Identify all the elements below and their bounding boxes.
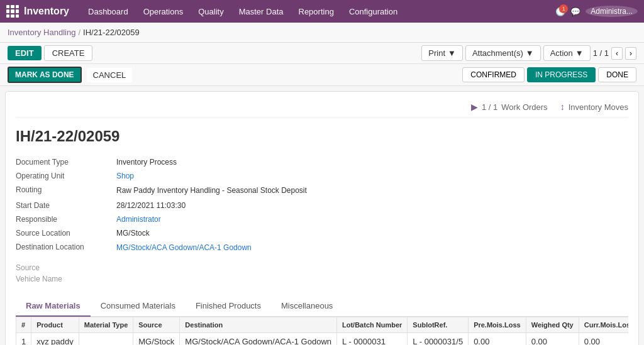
field-operating-unit-value[interactable]: Shop [116, 172, 134, 180]
field-source-location: Source Location MG/Stock [16, 226, 628, 240]
field-document-type-label: Document Type [16, 158, 116, 167]
edit-button[interactable]: EDIT [8, 46, 42, 60]
field-document-type-value: Inventory Process [116, 158, 177, 167]
status-buttons: CONFIRMED IN PROGRESS DONE [462, 67, 636, 82]
action-button[interactable]: Action ▼ [543, 45, 591, 61]
top-right-icons: 🕐 1 💬 Administra... [555, 6, 638, 17]
attachment-dropdown-icon: ▼ [526, 48, 534, 58]
chat-icon[interactable]: 💬 [570, 7, 580, 16]
cell-curr-mois: 0.00 [579, 332, 628, 345]
tab-consumed-materials[interactable]: Consumed Materials [91, 296, 186, 317]
col-weighed-qty[interactable]: Weighed Qty [526, 317, 579, 332]
materials-table: # Product Material Type Source Destinati… [16, 317, 628, 345]
work-orders-stat[interactable]: ▶ 1 / 1 Work Orders [471, 102, 548, 112]
breadcrumb-separator: / [78, 28, 80, 37]
col-lot-batch[interactable]: Lot/Batch Number [337, 317, 408, 332]
mark-as-done-button[interactable]: MARK AS DONE [8, 67, 82, 83]
nav-configuration[interactable]: Configuration [343, 4, 404, 19]
tab-miscellaneous[interactable]: Miscellaneous [271, 296, 343, 317]
status-confirmed[interactable]: CONFIRMED [462, 67, 525, 82]
nav-operations[interactable]: Operations [137, 4, 190, 19]
next-button[interactable]: › [625, 47, 636, 60]
status-bar: MARK AS DONE CANCEL CONFIRMED IN PROGRES… [0, 64, 644, 86]
action-dropdown-icon: ▼ [575, 48, 584, 58]
col-material-type[interactable]: Material Type [79, 317, 133, 332]
cell-num: 1 [16, 332, 31, 345]
notification-badge: 1 [559, 4, 568, 13]
col-pre-mois[interactable]: Pre.Mois.Loss [469, 317, 526, 332]
col-source[interactable]: Source [133, 317, 180, 332]
inventory-moves-label: Inventory Moves [569, 102, 628, 112]
status-in-progress[interactable]: IN PROGRESS [527, 67, 596, 82]
status-done[interactable]: DONE [598, 67, 636, 82]
cell-sublot: L - 0000031/5 [408, 332, 469, 345]
source-label: Source [16, 263, 628, 272]
field-operating-unit: Operating Unit Shop [16, 169, 628, 183]
col-sublot[interactable]: SublotRef. [408, 317, 469, 332]
cell-lot-batch: L - 0000031 [337, 332, 408, 345]
field-start-date: Start Date 28/12/2021 11:03:30 [16, 199, 628, 212]
breadcrumb: Inventory Handling / IH/21-22/02059 [8, 28, 140, 37]
work-orders-label: Work Orders [501, 102, 547, 112]
cell-material-type [79, 332, 133, 345]
tab-raw-materials[interactable]: Raw Materials [16, 296, 91, 317]
inventory-moves-stat[interactable]: ↕ Inventory Moves [560, 102, 628, 112]
field-source-location-label: Source Location [16, 229, 116, 238]
breadcrumb-current: IH/21-22/02059 [83, 28, 140, 37]
col-product[interactable]: Product [31, 317, 79, 332]
cell-product[interactable]: xyz paddy [31, 332, 79, 345]
nav-master-data[interactable]: Master Data [233, 4, 290, 19]
tab-bar: Raw Materials Consumed Materials Finishe… [16, 296, 628, 317]
quick-stats: ▶ 1 / 1 Work Orders ↕ Inventory Moves [16, 102, 628, 118]
field-routing-label: Routing [16, 185, 116, 194]
tab-finished-products[interactable]: Finished Products [186, 296, 271, 317]
user-menu[interactable]: Administra... [586, 6, 638, 17]
field-destination-location-label: Destination Location [16, 243, 116, 251]
brand-name: Inventory [24, 6, 69, 17]
attachment-button[interactable]: Attachment(s) ▼ [465, 45, 541, 61]
col-curr-mois[interactable]: Curr.Mois.Loss [579, 317, 628, 332]
inventory-moves-icon: ↕ [560, 102, 565, 112]
col-num: # [16, 317, 31, 332]
form-fields: Document Type Inventory Process Operatin… [16, 155, 628, 256]
top-navigation: Inventory Dashboard Operations Quality M… [0, 0, 644, 23]
action-toolbar: EDIT CREATE Print ▼ Attachment(s) ▼ Acti… [0, 43, 644, 64]
notification-icon[interactable]: 🕐 1 [555, 7, 565, 16]
cancel-button[interactable]: CANCEL [87, 68, 133, 82]
main-content: ▶ 1 / 1 Work Orders ↕ Inventory Moves IH… [5, 91, 639, 345]
field-responsible-label: Responsible [16, 215, 116, 224]
print-dropdown-icon: ▼ [448, 48, 456, 58]
pagination: 1 / 1 ‹ › [593, 47, 636, 60]
cell-destination: MG/Stock/ACA Godown/ACA-1 Godown [180, 332, 337, 345]
app-grid-icon[interactable] [6, 5, 19, 18]
nav-reporting[interactable]: Reporting [292, 4, 340, 19]
nav-quality[interactable]: Quality [192, 4, 230, 19]
breadcrumb-bar: Inventory Handling / IH/21-22/02059 [0, 23, 644, 43]
form-title: IH/21-22/02059 [16, 128, 628, 145]
table-row: 1 xyz paddy MG/Stock MG/Stock/ACA Godown… [16, 332, 629, 345]
field-start-date-value: 28/12/2021 11:03:30 [116, 201, 186, 210]
pagination-text: 1 / 1 [593, 48, 609, 58]
field-responsible-value[interactable]: Administrator [116, 215, 161, 224]
field-routing: Routing Raw Paddy Inventory Handling - S… [16, 183, 628, 199]
nav-menu: Dashboard Operations Quality Master Data… [82, 4, 555, 19]
prev-button[interactable]: ‹ [611, 47, 623, 60]
create-button[interactable]: CREATE [44, 45, 93, 61]
nav-dashboard[interactable]: Dashboard [82, 4, 135, 19]
action-label: Action [550, 48, 573, 58]
print-button[interactable]: Print ▼ [421, 45, 463, 61]
cell-pre-mois: 0.00 [469, 332, 526, 345]
work-orders-icon: ▶ [471, 102, 478, 112]
work-orders-count: 1 / 1 [482, 102, 497, 112]
field-responsible: Responsible Administrator [16, 212, 628, 226]
field-start-date-label: Start Date [16, 201, 116, 210]
field-operating-unit-label: Operating Unit [16, 172, 116, 180]
col-destination[interactable]: Destination [180, 317, 337, 332]
table-header-row: # Product Material Type Source Destinati… [16, 317, 629, 332]
cell-source: MG/Stock [133, 332, 180, 345]
field-destination-location-value[interactable]: MG/Stock/ACA Godown/ACA-1 Godown [116, 243, 252, 253]
attachment-label: Attachment(s) [472, 48, 523, 58]
cell-weighed-qty: 0.00 [526, 332, 579, 345]
field-routing-value: Raw Paddy Inventory Handling - Seasonal … [116, 185, 307, 196]
breadcrumb-parent[interactable]: Inventory Handling [8, 28, 75, 37]
